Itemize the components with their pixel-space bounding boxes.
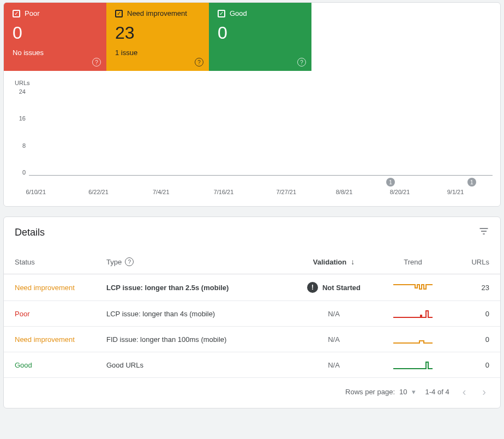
pager-label: Rows per page: [345, 388, 395, 396]
chart-xtick: 7/16/21 [214, 189, 234, 195]
status-text: Need improvement [15, 335, 106, 344]
checkbox-icon[interactable] [218, 10, 225, 17]
tile-label: Need improvement [127, 9, 187, 17]
col-status[interactable]: Status [15, 258, 106, 266]
urls-count: 23 [446, 284, 489, 292]
chart-xtick: 8/20/21 [390, 189, 410, 195]
trend-sparkline [380, 334, 446, 344]
tile-poor[interactable]: Poor 0 No issues ? [4, 3, 106, 71]
details-title: Details [15, 227, 45, 238]
chart-ylabel: URLs [15, 80, 493, 86]
tile-sub: No issues [13, 49, 98, 57]
validation-cell: N/A [287, 361, 380, 369]
summary-card: Poor 0 No issues ? Need improvement 23 1… [3, 2, 501, 207]
exclamation-icon: ! [307, 282, 318, 293]
table-header: Status Type ? Validation ↓ Trend URLs [4, 242, 500, 274]
urls-count: 0 [446, 335, 489, 344]
tile-sub: 1 issue [115, 49, 200, 57]
tile-value: 23 [115, 23, 200, 43]
chart-xtick: 6/22/21 [88, 189, 109, 195]
table-row[interactable]: Need improvementFID issue: longer than 1… [4, 327, 500, 352]
type-text: LCP issue: longer than 2.5s (mobile) [106, 284, 287, 292]
trend-sparkline [380, 360, 446, 370]
chart-xtick: 7/27/21 [276, 189, 296, 195]
table-row[interactable]: GoodGood URLsN/A0 [4, 352, 500, 377]
tile-label: Poor [25, 9, 39, 17]
tile-label: Good [230, 9, 247, 17]
validation-cell: N/A [287, 335, 380, 344]
help-icon[interactable]: ? [297, 58, 306, 67]
tile-value: 0 [13, 23, 98, 43]
pager-range: 1-4 of 4 [425, 388, 449, 396]
type-text: FID issue: longer than 100ms (mobile) [106, 335, 287, 344]
checkbox-icon[interactable] [13, 10, 20, 17]
trend-sparkline [380, 309, 446, 318]
help-icon[interactable]: ? [125, 257, 134, 266]
pager-prev[interactable]: ‹ [459, 386, 470, 398]
table-row[interactable]: PoorLCP issue: longer than 4s (mobile)N/… [4, 301, 500, 327]
urls-count: 0 [446, 361, 489, 369]
tile-good[interactable]: Good 0 ? [209, 3, 311, 71]
tile-value: 0 [218, 23, 303, 43]
table-row[interactable]: Need improvementLCP issue: longer than 2… [4, 274, 500, 301]
col-type[interactable]: Type ? [106, 257, 287, 266]
type-text: Good URLs [106, 361, 287, 369]
status-text: Good [15, 361, 106, 369]
caret-down-icon[interactable]: ▾ [412, 388, 416, 396]
pager-next[interactable]: › [479, 386, 489, 398]
help-icon[interactable]: ? [92, 58, 101, 67]
filter-icon[interactable] [478, 226, 489, 239]
trend-sparkline [380, 282, 446, 292]
chart-yaxis: 241680 [11, 88, 29, 176]
pager: Rows per page: 10 ▾ 1-4 of 4 ‹ › [4, 377, 500, 408]
status-text: Poor [15, 310, 106, 318]
tile-row: Poor 0 No issues ? Need improvement 23 1… [4, 3, 500, 71]
chart-markers: 11 [29, 176, 493, 185]
details-card: Details Status Type ? Validation ↓ Trend… [3, 217, 501, 408]
col-urls[interactable]: URLs [446, 258, 489, 266]
arrow-down-icon: ↓ [351, 257, 355, 266]
chart-xtick: 9/1/21 [447, 189, 464, 195]
checkbox-icon[interactable] [115, 10, 123, 17]
col-validation[interactable]: Validation ↓ [287, 257, 380, 266]
help-icon[interactable]: ? [195, 58, 203, 67]
tile-need-improvement[interactable]: Need improvement 23 1 issue ? [106, 3, 209, 71]
urls-count: 0 [446, 310, 489, 318]
chart-xtick: 8/8/21 [336, 189, 353, 195]
chart: URLs 241680 11 6/10/216/22/217/4/217/16/… [4, 71, 500, 206]
validation-cell: N/A [287, 310, 380, 318]
pager-size[interactable]: 10 [399, 388, 407, 396]
chart-bars[interactable] [29, 88, 493, 176]
chart-xtick: 6/10/21 [26, 189, 46, 195]
col-trend[interactable]: Trend [380, 258, 446, 266]
chart-xaxis: 6/10/216/22/217/4/217/16/217/27/218/8/21… [29, 185, 493, 201]
chart-xtick: 7/4/21 [153, 189, 170, 195]
status-text: Need improvement [15, 284, 106, 292]
type-text: LCP issue: longer than 4s (mobile) [106, 310, 287, 318]
validation-cell: !Not Started [287, 282, 380, 293]
